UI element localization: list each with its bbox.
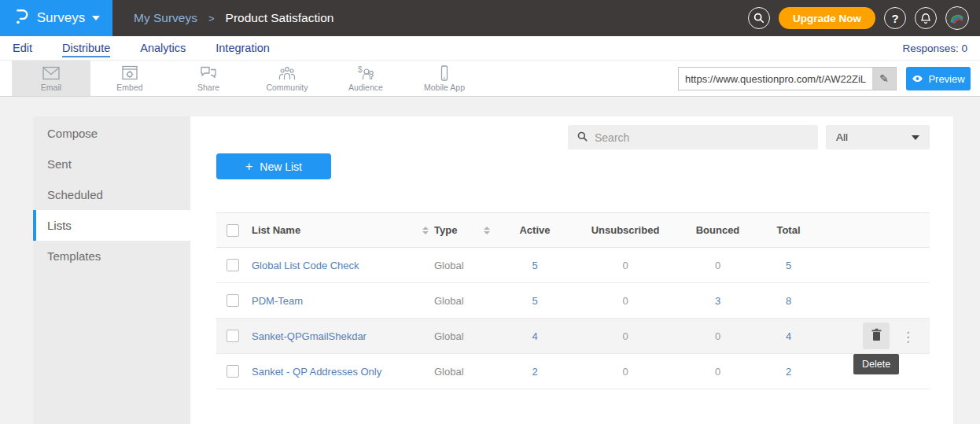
content-area: Compose Sent Scheduled Lists Templates A… (0, 97, 980, 424)
list-name-link[interactable]: Global List Code Check (252, 260, 417, 271)
notifications-bell-icon[interactable] (915, 7, 937, 29)
col-active: Active (496, 224, 574, 236)
preview-label: Preview (928, 73, 964, 85)
col-total: Total (759, 224, 818, 236)
list-type: Global (434, 330, 478, 342)
list-name-link[interactable]: Sanket-QPGmailShekdar (252, 330, 417, 342)
tool-mobile-app-label: Mobile App (424, 83, 465, 92)
total-count[interactable]: 8 (759, 295, 818, 307)
list-type: Global (434, 260, 478, 271)
list-type: Global (434, 295, 478, 307)
search-icon (577, 131, 588, 145)
sidebar-item-templates[interactable]: Templates (33, 241, 190, 271)
embed-icon (120, 65, 139, 81)
survey-url-field: ✎ (678, 67, 897, 90)
lists-table: List Name Type Active Unsubscribed Bounc… (216, 212, 930, 389)
chevron-down-icon (912, 135, 919, 140)
community-icon (278, 65, 297, 81)
list-search (568, 125, 818, 149)
table-row: Sanket - QP Addresses Only Global 2 0 0 … (216, 354, 930, 389)
audience-icon: $ (356, 65, 375, 81)
unsubscribed-count[interactable]: 0 (574, 295, 676, 307)
breadcrumb-my-surveys[interactable]: My Surveys (134, 11, 197, 25)
tab-integration[interactable]: Integration (216, 42, 270, 54)
breadcrumb: My Surveys > Product Satisfaction (134, 11, 333, 25)
tool-audience[interactable]: $ Audience (326, 61, 405, 96)
header-actions: Upgrade Now ? (748, 6, 980, 30)
bounced-count[interactable]: 0 (676, 330, 759, 342)
sidebar-item-scheduled[interactable]: Scheduled (33, 179, 190, 210)
row-checkbox[interactable] (227, 365, 239, 378)
user-avatar-icon[interactable] (945, 6, 969, 30)
tool-share-label: Share (197, 83, 219, 92)
tool-embed[interactable]: Embed (90, 61, 169, 96)
trash-icon (871, 328, 882, 344)
row-checkbox[interactable] (227, 259, 239, 271)
unsubscribed-count[interactable]: 0 (574, 330, 676, 342)
list-name-link[interactable]: Sanket - QP Addresses Only (252, 366, 417, 378)
search-icon[interactable] (748, 7, 770, 29)
mobile-app-icon (435, 65, 454, 81)
plus-icon: + (245, 160, 252, 174)
total-count[interactable]: 5 (759, 260, 818, 271)
tool-share[interactable]: Share (169, 61, 248, 96)
col-type[interactable]: Type (434, 224, 478, 236)
active-count[interactable]: 4 (496, 330, 574, 342)
sidebar-item-lists[interactable]: Lists (33, 210, 190, 241)
bounced-count[interactable]: 3 (676, 295, 759, 307)
lists-panel: All + New List List Name Type Active Uns… (190, 116, 953, 424)
distribute-toolbar: Email Embed Share Community $ Audience (0, 61, 980, 97)
unsubscribed-count[interactable]: 0 (574, 366, 676, 378)
tab-edit[interactable]: Edit (13, 42, 32, 54)
responses-count[interactable]: Responses: 0 (902, 42, 967, 54)
total-count[interactable]: 2 (759, 366, 818, 378)
select-all-checkbox[interactable] (227, 224, 239, 237)
survey-nav: Edit Distribute Analytics Integration Re… (0, 36, 980, 61)
app-window: Surveys My Surveys > Product Satisfactio… (0, 0, 980, 424)
tool-audience-label: Audience (348, 83, 383, 92)
breadcrumb-separator: > (208, 13, 215, 24)
tool-email-label: Email (41, 83, 61, 92)
total-count[interactable]: 4 (759, 330, 818, 342)
filter-value: All (836, 131, 848, 143)
edit-url-pencil-icon[interactable]: ✎ (872, 68, 896, 90)
delete-list-button[interactable] (863, 323, 890, 349)
table-row: PDM-Team Global 5 0 3 8 (216, 283, 930, 319)
kebab-menu-icon[interactable]: ⋮ (899, 325, 918, 348)
email-sidebar: Compose Sent Scheduled Lists Templates (33, 116, 190, 424)
survey-url-input[interactable] (679, 68, 872, 90)
top-header: Surveys My Surveys > Product Satisfactio… (0, 0, 980, 36)
tool-community[interactable]: Community (248, 61, 326, 96)
brand-label: Surveys (37, 10, 85, 26)
tab-distribute[interactable]: Distribute (62, 42, 110, 54)
share-icon (199, 65, 218, 81)
list-filter-dropdown[interactable]: All (826, 125, 930, 149)
surveys-product-menu[interactable]: Surveys (0, 0, 112, 36)
preview-button[interactable]: Preview (906, 67, 971, 90)
active-count[interactable]: 5 (496, 260, 574, 271)
new-list-button[interactable]: + New List (216, 153, 331, 179)
sort-icon[interactable] (478, 227, 496, 234)
unsubscribed-count[interactable]: 0 (574, 260, 676, 271)
tool-mobile-app[interactable]: Mobile App (405, 61, 484, 96)
upgrade-now-button[interactable]: Upgrade Now (779, 7, 875, 29)
bounced-count[interactable]: 0 (676, 260, 759, 271)
row-checkbox[interactable] (227, 330, 239, 342)
new-list-label: New List (260, 160, 302, 173)
sort-icon[interactable] (417, 227, 434, 234)
chevron-down-icon (92, 16, 100, 20)
help-icon[interactable]: ? (884, 7, 906, 29)
active-count[interactable]: 2 (496, 366, 574, 378)
search-input[interactable] (595, 131, 809, 144)
sidebar-item-compose[interactable]: Compose (33, 118, 190, 149)
col-list-name[interactable]: List Name (252, 224, 417, 236)
tool-email[interactable]: Email (12, 61, 90, 96)
active-count[interactable]: 5 (496, 295, 574, 307)
col-bounced: Bounced (676, 224, 759, 236)
tool-community-label: Community (266, 83, 308, 92)
row-checkbox[interactable] (227, 294, 239, 307)
bounced-count[interactable]: 0 (676, 366, 759, 378)
sidebar-item-sent[interactable]: Sent (33, 149, 190, 179)
tab-analytics[interactable]: Analytics (140, 42, 186, 54)
list-name-link[interactable]: PDM-Team (252, 295, 417, 307)
